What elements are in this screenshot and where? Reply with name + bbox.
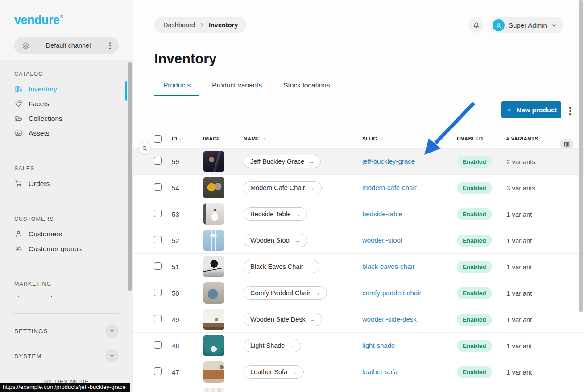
product-id: 48 xyxy=(172,342,203,350)
table-row[interactable]: 49 Wooden Side Desk→ wooden-side-desk En… xyxy=(133,306,584,332)
product-image[interactable] xyxy=(203,203,224,225)
sidebar-item-facets[interactable]: Facets xyxy=(14,96,133,111)
product-image[interactable] xyxy=(203,388,224,392)
row-checkbox[interactable] xyxy=(154,315,162,322)
folder-icon xyxy=(14,114,23,123)
row-checkbox[interactable] xyxy=(154,367,162,375)
sidebar-item-orders[interactable]: Orders xyxy=(14,176,133,191)
section-label: MARKETING xyxy=(14,281,133,287)
row-checkbox[interactable] xyxy=(154,236,162,243)
sidebar-item-label: Customers xyxy=(29,230,62,238)
product-image[interactable] xyxy=(203,230,224,251)
settings-expand-button[interactable] xyxy=(105,324,119,338)
user-menu[interactable]: Super Admin xyxy=(490,17,563,33)
table-header-row: ID↓↑ IMAGE NAME↓↑ SLUG↓↑ ENABLED # VARIA… xyxy=(133,129,584,148)
person-icon xyxy=(495,22,502,29)
product-name-link[interactable]: Light Shade→ xyxy=(244,339,301,352)
columns-icon xyxy=(563,141,570,148)
trademark-mark: ® xyxy=(60,14,63,19)
tag-icon xyxy=(14,99,23,108)
product-image[interactable] xyxy=(203,177,224,198)
product-name-link[interactable]: Wooden Stool→ xyxy=(244,234,307,247)
vendure-logo: vendure® xyxy=(0,0,133,27)
arrow-right-icon: → xyxy=(306,263,313,270)
table-row[interactable]: 59 Jeff Buckley Grace→ jeff-buckley-grac… xyxy=(133,148,584,174)
product-image[interactable] xyxy=(203,151,224,172)
column-settings-button[interactable] xyxy=(560,139,573,149)
sidebar-item-customer-groups[interactable]: Customer groups xyxy=(14,241,133,256)
sidebar-item-collections[interactable]: Collections xyxy=(14,111,133,126)
arrow-right-icon: → xyxy=(309,316,315,323)
arrow-right-icon: → xyxy=(308,158,314,165)
select-all-checkbox[interactable] xyxy=(154,135,162,143)
sidebar-item-promotions[interactable]: Promotions xyxy=(14,292,133,297)
sort-icon[interactable]: ↓↑ xyxy=(261,136,265,141)
sort-icon[interactable]: ↓↑ xyxy=(380,136,383,141)
product-name-link[interactable]: Bedside Table→ xyxy=(244,207,307,221)
sidebar-item-assets[interactable]: Assets xyxy=(14,126,133,140)
channel-switcher[interactable]: Default channel xyxy=(14,37,119,54)
new-product-button[interactable]: New product xyxy=(501,101,561,118)
sidebar-item-inventory[interactable]: Inventory xyxy=(14,82,133,96)
product-slug-link[interactable]: light-shade xyxy=(362,342,395,349)
product-slug-link[interactable]: jeff-buckley-grace xyxy=(362,157,415,165)
product-name-link[interactable]: Black Eaves Chair→ xyxy=(244,260,319,273)
product-slug-link[interactable]: black-eaves-chair xyxy=(362,263,415,270)
product-slug-link[interactable]: wooden-side-desk xyxy=(362,315,417,323)
product-image[interactable] xyxy=(203,309,224,330)
sidebar-nav: CATALOG Inventory Facets Collections xyxy=(0,60,133,392)
row-checkbox[interactable] xyxy=(154,289,162,296)
row-checkbox[interactable] xyxy=(154,157,162,165)
table-row[interactable]: 52 Wooden Stool→ wooden-stool Enabled 1 … xyxy=(133,227,584,253)
column-header-image: IMAGE xyxy=(203,136,244,141)
table-options-kebab-icon[interactable] xyxy=(567,105,573,117)
status-badge: Enabled xyxy=(457,261,492,273)
row-checkbox[interactable] xyxy=(154,210,162,217)
product-slug-link[interactable]: modern-cafe-chair xyxy=(362,184,417,191)
product-slug-link[interactable]: leather-sofa xyxy=(362,368,398,375)
table-row[interactable]: 47 Leather Sofa→ leather-sofa Enabled 1 … xyxy=(133,359,584,385)
tab-stock-locations[interactable]: Stock locations xyxy=(274,81,339,96)
sidebar-item-customers[interactable]: Customers xyxy=(14,227,133,241)
table-toolbar: New product xyxy=(133,96,584,129)
main-scrollbar[interactable] xyxy=(579,0,583,312)
product-image[interactable] xyxy=(203,256,224,277)
tab-products[interactable]: Products xyxy=(154,81,199,96)
table-row[interactable]: 53 Bedside Table→ bedside-table Enabled … xyxy=(133,201,584,227)
channel-menu-kebab-icon[interactable] xyxy=(107,41,113,51)
table-row[interactable]: 50 Comfy Padded Chair→ comfy-padded-chai… xyxy=(133,280,584,306)
tab-product-variants[interactable]: Product variants xyxy=(203,81,271,96)
notifications-button[interactable] xyxy=(468,17,484,33)
product-slug-link[interactable]: bedside-table xyxy=(362,210,402,218)
product-id: 52 xyxy=(172,237,203,244)
chevron-down-icon xyxy=(109,328,115,334)
search-icon xyxy=(141,145,148,152)
product-name-link[interactable]: Jeff Buckley Grace→ xyxy=(244,155,321,168)
collapsible-settings[interactable]: SETTINGS xyxy=(14,317,119,345)
row-checkbox[interactable] xyxy=(154,262,162,270)
row-checkbox[interactable] xyxy=(154,183,162,191)
product-id: 51 xyxy=(172,263,203,271)
product-slug-link[interactable]: comfy-padded-chair xyxy=(362,289,422,297)
page-header: Dashboard Inventory Super Admin Inventor… xyxy=(133,0,584,96)
product-image[interactable] xyxy=(203,335,224,356)
table-row[interactable]: 51 Black Eaves Chair→ black-eaves-chair … xyxy=(133,253,584,280)
breadcrumb-dashboard[interactable]: Dashboard xyxy=(163,21,195,29)
system-expand-button[interactable] xyxy=(105,349,119,363)
collapsible-system[interactable]: SYSTEM xyxy=(14,342,119,370)
product-slug-link[interactable]: wooden-stool xyxy=(362,236,402,244)
product-name-link[interactable]: Leather Sofa→ xyxy=(244,365,304,379)
product-image[interactable] xyxy=(203,282,224,304)
product-name-link[interactable]: Modern Cafe Chair→ xyxy=(244,181,322,194)
product-name-link[interactable]: Wooden Side Desk→ xyxy=(244,313,322,326)
table-row[interactable]: → xyxy=(133,385,584,392)
table-row[interactable]: 48 Light Shade→ light-shade Enabled 1 va… xyxy=(133,332,584,359)
product-image[interactable] xyxy=(203,361,224,383)
product-name-link[interactable]: Comfy Padded Chair→ xyxy=(244,286,327,300)
sidebar-scrollbar[interactable] xyxy=(128,62,132,291)
plus-icon xyxy=(506,107,513,113)
search-button[interactable] xyxy=(138,142,151,154)
row-checkbox[interactable] xyxy=(154,341,162,349)
table-row[interactable]: 54 Modern Cafe Chair→ modern-cafe-chair … xyxy=(133,174,584,201)
sort-icon[interactable]: ↓↑ xyxy=(179,136,183,141)
